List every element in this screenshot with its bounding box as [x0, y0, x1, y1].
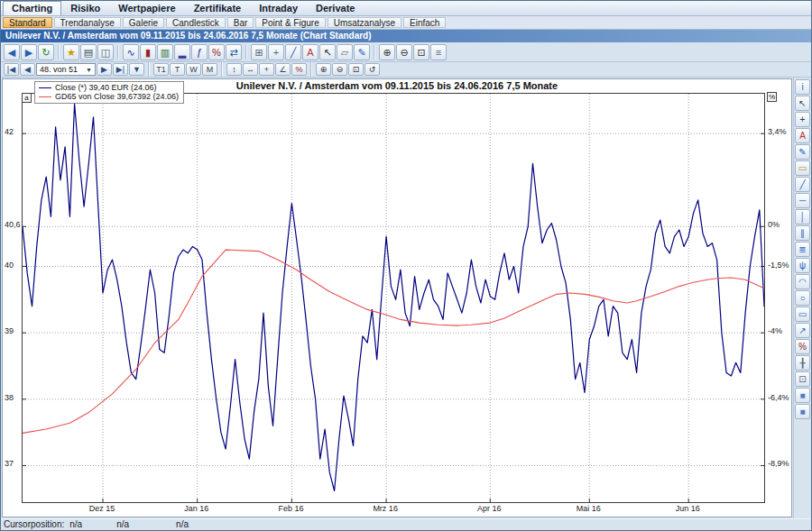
navigation-toolbar: |◀ ◀ 48. von 51 ▼ ▶ ▶| ▼ T1TWM↕↔+∠%⊕⊖⊡↺	[1, 62, 811, 78]
pitchfork-icon[interactable]: ψ	[795, 258, 810, 273]
channel-icon[interactable]: ∥	[795, 225, 810, 241]
ellipse-icon[interactable]: ○	[795, 290, 810, 306]
subtab-candlestick[interactable]: Candlestick	[166, 17, 226, 28]
print-icon[interactable]: ▤	[80, 44, 97, 60]
menubar: ChartingRisikoWertpapiereZertifikateIntr…	[1, 1, 811, 16]
percent-scale-button[interactable]: %	[767, 92, 777, 102]
price-tick-label: 42	[5, 128, 14, 136]
percent-tick-label: 3,4%	[768, 128, 787, 136]
subtab-standard[interactable]: Standard	[3, 17, 52, 28]
menu-tab-intraday[interactable]: Intraday	[250, 1, 307, 15]
crosshair-icon[interactable]: +	[795, 112, 810, 127]
first-chart-button[interactable]: |◀	[4, 63, 19, 76]
note-icon[interactable]: ▭	[795, 160, 810, 176]
subtab-bar[interactable]: Bar	[227, 17, 254, 28]
close-line-swatch	[39, 87, 51, 88]
text-tool-icon[interactable]: A	[302, 44, 318, 60]
zoom-window-icon[interactable]: ⊡	[413, 44, 429, 60]
chart-legend: Close (*) 39,40 EUR (24.06) GD65 von Clo…	[34, 81, 184, 104]
next-chart-icon[interactable]: ▶	[21, 44, 37, 60]
percent-tool-icon[interactable]: %	[795, 339, 810, 354]
percent-icon[interactable]: %	[208, 44, 225, 60]
timeframe-day-icon[interactable]: T	[170, 63, 185, 76]
arrow-tool-icon[interactable]: ↗	[795, 323, 810, 338]
zoom-out-icon[interactable]: ⊖	[396, 44, 412, 60]
zoom-window-icon[interactable]: ⊡	[348, 63, 364, 76]
subtab-trendanalyse[interactable]: Trendanalyse	[54, 17, 121, 28]
pointer-icon[interactable]: ↖	[319, 44, 336, 60]
chart-position-select[interactable]: 48. von 51 ▼	[36, 63, 96, 76]
scale-vertical-icon[interactable]: ↕	[226, 63, 242, 76]
save-icon[interactable]: ◫	[97, 44, 114, 60]
info-icon[interactable]: i	[795, 79, 810, 95]
trendline-icon[interactable]: ╱	[285, 44, 301, 60]
nav-toolbar-icons: T1TWM↕↔+∠%⊕⊖⊡↺	[153, 62, 380, 77]
zoom-reset-icon[interactable]: ↺	[364, 63, 380, 76]
menu-tab-derivate[interactable]: Derivate	[307, 1, 364, 15]
chart-panel: Unilever N.V. / Amsterdam vom 09.11.2015…	[2, 78, 792, 517]
arc-icon[interactable]: ◠	[795, 274, 810, 289]
grid-icon[interactable]: ⊞	[251, 44, 267, 60]
plot-area[interactable]: a	[22, 93, 765, 503]
zoom-area-icon[interactable]: ⊡	[795, 371, 810, 387]
percent-scale-icon[interactable]: %	[291, 63, 307, 76]
chart-plot-svg	[23, 94, 764, 502]
eraser-icon[interactable]: ▱	[337, 44, 353, 60]
subtab-einfach[interactable]: Einfach	[403, 17, 446, 28]
menu-tab-wertpapiere[interactable]: Wertpapiere	[109, 1, 184, 15]
layers-icon[interactable]: ■	[795, 388, 810, 403]
cursor-position-value-3: n/a	[176, 519, 189, 530]
toolbar-separator	[374, 45, 375, 60]
ruler-icon[interactable]: ╂	[795, 355, 810, 371]
price-tick-label: 39	[5, 327, 14, 335]
pencil-icon[interactable]: ✎	[354, 44, 370, 60]
angle-icon[interactable]: ∠	[275, 63, 291, 76]
candlestick-icon[interactable]: ▮	[140, 44, 156, 60]
zoom-in-icon[interactable]: ⊕	[379, 44, 395, 60]
menu-tab-charting[interactable]: Charting	[3, 1, 61, 15]
pointer-icon[interactable]: ↖	[795, 96, 810, 111]
volume-icon[interactable]: ▂	[174, 44, 190, 60]
timeframe-intraday-icon[interactable]: T1	[153, 63, 169, 76]
timeframe-month-icon[interactable]: M	[202, 63, 217, 76]
subtab-umsatzanalyse[interactable]: Umsatzanalyse	[328, 17, 401, 28]
zoom-in-icon[interactable]: ⊕	[316, 63, 331, 76]
prev-chart-icon[interactable]: ◀	[4, 44, 20, 60]
axis-mode-button[interactable]: a	[22, 93, 32, 103]
crosshair-icon[interactable]: +	[268, 44, 284, 60]
vertical-line-icon[interactable]: │	[795, 209, 810, 224]
subtab-point-figure[interactable]: Point & Figure	[255, 17, 325, 28]
legend-gd65-label: GD65 von Close 39,67392 (24.06)	[55, 92, 179, 101]
subtabs: StandardTrendanalyseGalerieCandlestickBa…	[1, 16, 811, 30]
indicator-icon[interactable]: ƒ	[191, 44, 208, 60]
main-toolbar: ◀▶↻★▤◫∿▮▥▂ƒ%⇄⊞+╱A↖▱✎⊕⊖⊡≡	[1, 42, 811, 62]
price-tick-label: 40	[5, 261, 14, 270]
add-study-icon[interactable]: +	[259, 63, 274, 76]
trendline-icon[interactable]: ╱	[795, 177, 810, 192]
line-chart-icon[interactable]: ∿	[123, 44, 139, 60]
chart-list-dropdown-button[interactable]: ▼	[129, 63, 144, 76]
refresh-icon[interactable]: ↻	[38, 44, 54, 60]
rectangle-icon[interactable]: ▭	[795, 307, 810, 322]
subtab-galerie[interactable]: Galerie	[123, 17, 164, 28]
pencil-icon[interactable]: ✎	[795, 144, 810, 160]
scale-horizontal-icon[interactable]: ↔	[243, 63, 258, 76]
timeframe-week-icon[interactable]: W	[186, 63, 201, 76]
text-tool-icon[interactable]: A	[795, 128, 810, 143]
bar-chart-icon[interactable]: ▥	[157, 44, 173, 60]
menu-tab-risiko[interactable]: Risiko	[61, 1, 109, 15]
favorites-icon[interactable]: ★	[63, 44, 79, 60]
month-tick-label: Dez 15	[83, 504, 121, 513]
toolbar-separator	[221, 62, 223, 77]
prev-chart-button[interactable]: ◀	[20, 63, 35, 76]
month-tick-label: Mai 16	[569, 504, 607, 513]
compare-icon[interactable]: ⇄	[226, 44, 242, 60]
menu-tab-zertifikate[interactable]: Zertifikate	[185, 1, 251, 15]
menu-icon[interactable]: ≡	[430, 44, 447, 60]
next-chart-button[interactable]: ▶	[97, 63, 112, 76]
palette-icon[interactable]: ■	[795, 404, 810, 419]
last-chart-button[interactable]: ▶|	[113, 63, 128, 76]
zoom-out-icon[interactable]: ⊖	[332, 63, 347, 76]
fibonacci-icon[interactable]: ≣	[795, 242, 810, 257]
horizontal-line-icon[interactable]: ─	[795, 193, 810, 208]
